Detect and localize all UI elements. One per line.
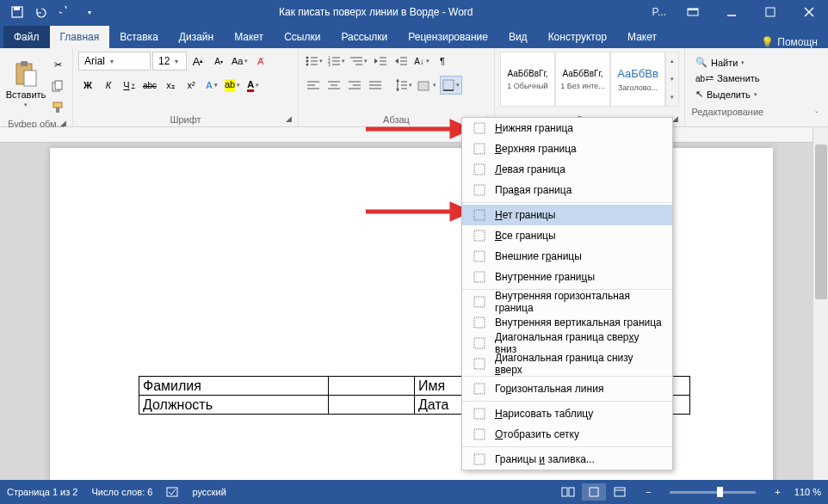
styles-gallery[interactable]: АаБбВвГг,1 Обычный АаБбВвГг,1 Без инте..…	[500, 52, 679, 107]
clear-format-icon[interactable]: A̸	[251, 52, 270, 71]
font-color-icon[interactable]: A	[244, 76, 263, 95]
border-menu-item[interactable]: Нарисовать таблицу	[462, 403, 672, 424]
account-peek[interactable]: P...	[646, 6, 673, 18]
status-language[interactable]: русский	[192, 487, 226, 497]
grow-font-icon[interactable]: A▴	[188, 52, 207, 71]
zoom-level[interactable]: 110 %	[794, 487, 821, 497]
border-menu-item[interactable]: Диагональная граница снизу вверх	[462, 353, 672, 374]
bold-button[interactable]: Ж	[78, 76, 97, 95]
zoom-slider[interactable]	[670, 491, 756, 494]
tab-references[interactable]: Ссылки	[274, 26, 331, 48]
border-menu-item[interactable]: Верхняя граница	[462, 138, 672, 159]
border-menu-item[interactable]: Левая граница	[462, 159, 672, 180]
zoom-thumb[interactable]	[717, 487, 723, 497]
show-marks-icon[interactable]: ¶	[433, 52, 452, 71]
border-menu-item[interactable]: Границы и заливка...	[462, 449, 672, 470]
align-right-icon[interactable]	[345, 76, 364, 95]
numbering-icon[interactable]: 123	[326, 52, 347, 71]
tab-layout[interactable]: Макет	[224, 26, 274, 48]
undo-icon[interactable]	[31, 2, 52, 22]
replace-button[interactable]: ab⮂Заменить	[692, 71, 763, 85]
select-button[interactable]: ↖Выделить▾	[692, 87, 763, 101]
shrink-font-icon[interactable]: A▾	[209, 52, 228, 71]
border-menu-item[interactable]: Внутренние границы	[462, 267, 672, 287]
scroll-thumb[interactable]	[815, 144, 827, 299]
style-normal[interactable]: АаБбВвГг,1 Обычный	[500, 52, 555, 107]
tab-table-design[interactable]: Конструктор	[538, 26, 617, 48]
underline-button[interactable]: Ч	[120, 76, 139, 95]
tab-mailings[interactable]: Рассылки	[331, 26, 398, 48]
view-print-icon[interactable]	[582, 483, 606, 501]
zoom-in-icon[interactable]: +	[775, 487, 780, 497]
shading-icon[interactable]	[416, 76, 438, 95]
collapse-ribbon-icon[interactable]: ˇ	[809, 108, 825, 123]
tab-design[interactable]: Дизайн	[169, 26, 224, 48]
border-menu-item[interactable]: Нижняя граница	[462, 118, 672, 138]
subscript-button[interactable]: x₂	[161, 76, 180, 95]
tab-file[interactable]: Файл	[3, 26, 50, 48]
tab-table-layout[interactable]: Макет	[617, 26, 667, 48]
cut-icon[interactable]: ✂	[48, 55, 67, 74]
font-size-combo[interactable]: 12▾	[152, 52, 187, 71]
zoom-out-icon[interactable]: −	[646, 487, 651, 497]
table-cell[interactable]: Должность	[139, 396, 329, 415]
table-cell[interactable]: Фамилия	[139, 377, 329, 396]
superscript-button[interactable]: x²	[182, 76, 201, 95]
status-page[interactable]: Страница 1 из 2	[7, 487, 77, 497]
highlight-icon[interactable]: ab	[223, 76, 242, 95]
decrease-indent-icon[interactable]	[371, 52, 390, 71]
border-menu-item[interactable]: Правая граница	[462, 180, 672, 200]
redo-icon[interactable]	[55, 2, 76, 22]
tell-me[interactable]: 💡 Помощн	[751, 36, 828, 48]
style-heading1[interactable]: АаБбВвЗаголово...	[610, 52, 665, 107]
font-name-combo[interactable]: Arial▾	[78, 52, 151, 71]
align-left-icon[interactable]	[304, 76, 323, 95]
align-center-icon[interactable]	[324, 76, 343, 95]
close-icon[interactable]	[789, 0, 828, 24]
multilevel-icon[interactable]	[349, 52, 369, 71]
tab-home[interactable]: Главная	[50, 26, 110, 48]
table-cell[interactable]	[329, 377, 415, 396]
bullets-icon[interactable]	[304, 52, 324, 71]
border-menu-item[interactable]: Все границы	[462, 225, 672, 246]
styles-more-icon[interactable]: ▾	[666, 88, 678, 106]
border-menu-item[interactable]: Нет границы	[462, 205, 672, 225]
justify-icon[interactable]	[366, 76, 385, 95]
view-web-icon[interactable]	[608, 483, 632, 501]
tab-review[interactable]: Рецензирование	[398, 26, 498, 48]
proofing-icon[interactable]	[166, 486, 178, 498]
styles-down-icon[interactable]: ▾	[666, 71, 678, 89]
borders-button[interactable]	[440, 76, 462, 95]
increase-indent-icon[interactable]	[392, 52, 411, 71]
status-words[interactable]: Число слов: 6	[91, 487, 152, 497]
tab-view[interactable]: Вид	[498, 26, 538, 48]
line-spacing-icon[interactable]	[393, 76, 414, 95]
maximize-icon[interactable]	[751, 0, 789, 24]
find-button[interactable]: 🔍Найти▾	[692, 55, 763, 70]
tab-insert[interactable]: Вставка	[109, 26, 169, 48]
save-icon[interactable]	[7, 2, 28, 22]
vertical-scrollbar[interactable]	[813, 127, 828, 480]
border-menu-item[interactable]: Отобразить сетку	[462, 424, 672, 445]
text-effects-icon[interactable]: A	[202, 76, 221, 95]
border-menu-item[interactable]: Внутренняя вертикальная граница	[462, 312, 672, 333]
paste-button[interactable]: Вставить ▾	[5, 52, 46, 117]
strike-button[interactable]: abc	[140, 76, 159, 95]
qat-more-icon[interactable]: ▾	[79, 2, 100, 22]
border-menu-item[interactable]: Диагональная граница сверху вниз	[462, 333, 672, 353]
change-case-icon[interactable]: Aa	[230, 52, 250, 71]
ribbon-options-icon[interactable]	[673, 0, 712, 24]
border-menu-item[interactable]: Внутренняя горизонтальная граница	[462, 292, 672, 312]
border-menu-item[interactable]: Горизонтальная линия	[462, 378, 672, 399]
font-launcher[interactable]: ◢	[282, 113, 294, 125]
italic-button[interactable]: К	[99, 76, 118, 95]
border-menu-item[interactable]: Внешние границы	[462, 246, 672, 267]
table-cell[interactable]	[329, 396, 415, 415]
sort-icon[interactable]: A↓	[412, 52, 431, 71]
format-painter-icon[interactable]	[48, 98, 67, 117]
styles-up-icon[interactable]: ▴	[666, 52, 678, 71]
style-no-spacing[interactable]: АаБбВвГг,1 Без инте...	[555, 52, 610, 107]
copy-icon[interactable]	[48, 77, 67, 95]
minimize-icon[interactable]	[712, 0, 751, 24]
view-read-icon[interactable]	[556, 483, 580, 501]
